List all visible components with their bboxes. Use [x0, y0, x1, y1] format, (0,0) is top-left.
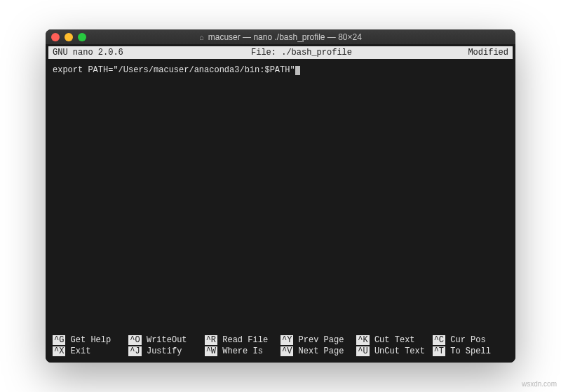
shortcut-next-page: ^V Next Page: [280, 346, 356, 357]
nano-status: Modified: [452, 47, 508, 58]
nano-version: GNU nano 2.0.6: [53, 47, 151, 58]
traffic-lights: [46, 33, 86, 41]
window-titlebar[interactable]: ⌂ macuser — nano ./bash_profile — 80×24: [46, 29, 515, 45]
watermark: wsxdn.com: [522, 380, 557, 388]
shortcut-cut-text: ^K Cut Text: [356, 334, 432, 346]
window-title-text: macuser — nano ./bash_profile — 80×24: [208, 32, 362, 42]
editor-area[interactable]: export PATH="/Users/macuser/anaconda3/bi…: [48, 59, 513, 333]
nano-file-label: File: ./bash_profile: [151, 47, 452, 58]
home-icon: ⌂: [199, 33, 204, 41]
minimize-icon[interactable]: [65, 33, 73, 41]
shortcut-row-2: ^X Exit ^J Justify ^W Where Is ^V Next P…: [53, 346, 508, 357]
close-icon[interactable]: [51, 33, 60, 41]
shortcut-to-spell: ^T To Spell: [433, 346, 508, 357]
maximize-icon[interactable]: [78, 33, 86, 41]
shortcut-row-1: ^G Get Help ^O WriteOut ^R Read File ^Y …: [53, 334, 508, 346]
shortcut-get-help: ^G Get Help: [53, 334, 128, 346]
terminal-body[interactable]: GNU nano 2.0.6 File: ./bash_profile Modi…: [46, 45, 515, 363]
shortcut-read-file: ^R Read File: [205, 334, 280, 346]
shortcut-uncut-text: ^U UnCut Text: [356, 346, 432, 357]
window-title: ⌂ macuser — nano ./bash_profile — 80×24: [46, 32, 515, 42]
shortcut-prev-page: ^Y Prev Page: [280, 334, 356, 346]
shortcut-exit: ^X Exit: [53, 346, 128, 357]
nano-shortcuts: ^G Get Help ^O WriteOut ^R Read File ^Y …: [48, 333, 513, 361]
editor-content: export PATH="/Users/macuser/anaconda3/bi…: [53, 65, 295, 75]
shortcut-cur-pos: ^C Cur Pos: [433, 334, 508, 346]
shortcut-where-is: ^W Where Is: [205, 346, 280, 357]
shortcut-justify: ^J Justify: [128, 346, 204, 357]
shortcut-writeout: ^O WriteOut: [128, 334, 204, 346]
terminal-window: ⌂ macuser — nano ./bash_profile — 80×24 …: [46, 29, 515, 363]
nano-header: GNU nano 2.0.6 File: ./bash_profile Modi…: [48, 46, 513, 59]
cursor-icon: [295, 66, 300, 75]
